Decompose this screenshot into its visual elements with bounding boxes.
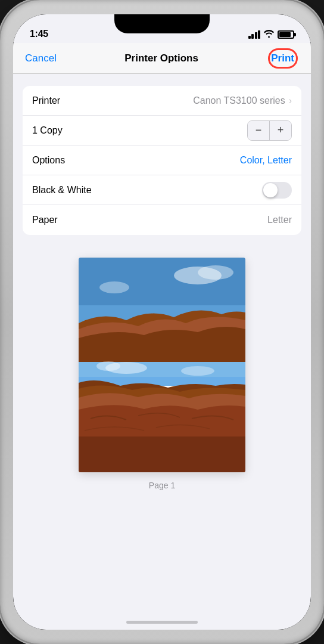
- print-button[interactable]: Print: [266, 50, 299, 66]
- page-preview: [79, 258, 245, 472]
- printer-value-group: Canon TS3100 series ›: [193, 95, 292, 106]
- copies-label: 1 Copy: [32, 125, 63, 136]
- phone-inner: 1:45: [13, 14, 311, 630]
- bw-row: Black & White: [23, 175, 301, 205]
- copies-plus-button[interactable]: +: [270, 121, 291, 140]
- options-label: Options: [32, 155, 65, 166]
- content-area: Printer Canon TS3100 series › 1 Copy − +: [13, 74, 311, 630]
- home-indicator: [126, 621, 198, 624]
- svg-point-4: [99, 281, 129, 293]
- paper-label: Paper: [32, 215, 58, 225]
- copies-row: 1 Copy − +: [23, 116, 301, 145]
- page-title: Printer Options: [124, 52, 198, 64]
- bw-label: Black & White: [32, 185, 92, 196]
- status-time: 1:45: [30, 29, 48, 39]
- svg-point-8: [96, 361, 120, 371]
- options-row[interactable]: Options Color, Letter: [23, 145, 301, 175]
- svg-rect-1: [79, 258, 245, 305]
- phone-outer: 1:45: [0, 0, 324, 644]
- bw-toggle[interactable]: [262, 182, 292, 199]
- cancel-button[interactable]: Cancel: [25, 52, 57, 64]
- paper-row[interactable]: Paper Letter: [23, 205, 301, 235]
- status-icons: [248, 30, 295, 39]
- paper-value: Letter: [267, 215, 292, 225]
- printer-label: Printer: [32, 95, 60, 106]
- printer-value: Canon TS3100 series: [193, 95, 285, 106]
- svg-point-3: [198, 265, 233, 280]
- nav-bar: Cancel Printer Options Print: [13, 43, 311, 74]
- printer-row[interactable]: Printer Canon TS3100 series ›: [23, 86, 301, 116]
- options-value: Color, Letter: [240, 155, 292, 166]
- page-label: Page 1: [149, 481, 175, 490]
- printer-chevron-icon: ›: [289, 95, 292, 106]
- battery-icon: [278, 30, 294, 39]
- wifi-icon: [264, 30, 274, 39]
- signal-icon: [248, 30, 261, 39]
- notch: [114, 14, 210, 33]
- toggle-knob: [263, 183, 278, 197]
- screen: 1:45: [13, 14, 311, 630]
- svg-point-9: [181, 366, 214, 376]
- print-button-wrapper: Print: [266, 52, 299, 64]
- preview-image: [79, 258, 245, 472]
- preview-area: Page 1: [23, 252, 301, 508]
- copies-minus-button[interactable]: −: [248, 121, 269, 140]
- copies-stepper[interactable]: − +: [247, 120, 292, 141]
- options-card: Printer Canon TS3100 series › 1 Copy − +: [23, 86, 301, 235]
